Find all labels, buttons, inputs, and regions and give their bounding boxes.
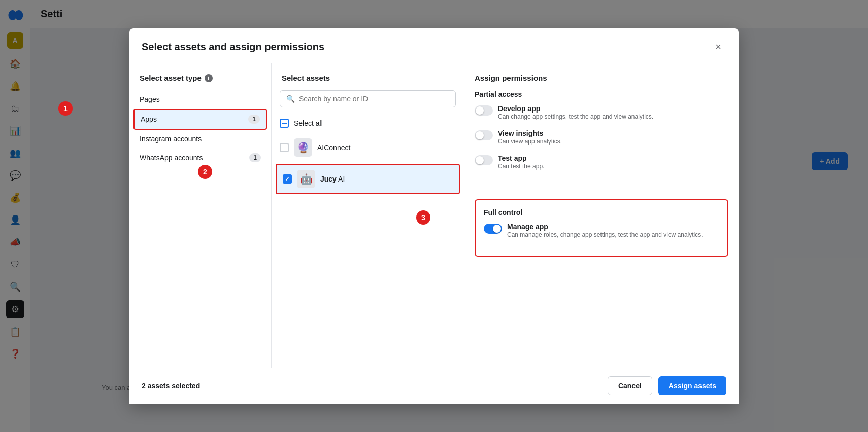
footer-buttons: Cancel Assign assets	[608, 376, 726, 395]
permissions-panel: Assign permissions Partial access Develo…	[464, 63, 739, 368]
manage-app-text: Manage app Can manage roles, change app …	[507, 223, 703, 239]
select-all-label: Select all	[294, 119, 323, 127]
apps-badge: 1	[248, 115, 260, 124]
select-assets-heading: Select assets	[272, 74, 464, 90]
aiconnect-checkbox[interactable]	[280, 143, 289, 152]
asset-type-whatsapp[interactable]: WhatsApp accounts 1	[129, 148, 271, 167]
view-insights-desc: Can view app analytics.	[498, 137, 562, 146]
assets-selected-text: 2 assets selected	[142, 382, 200, 390]
develop-app-text: Develop app Can change app settings, tes…	[498, 104, 653, 121]
asset-type-pages[interactable]: Pages	[129, 90, 271, 109]
permission-manage-app: Manage app Can manage roles, change app …	[484, 223, 719, 239]
permission-view-insights: View insights Can view app analytics.	[475, 129, 728, 146]
test-app-toggle[interactable]	[475, 155, 493, 165]
manage-app-toggle[interactable]	[484, 224, 502, 234]
permissions-heading: Assign permissions	[475, 74, 728, 82]
permission-test-app: Test app Can test the app.	[475, 154, 728, 171]
step-2-badge: 2	[198, 165, 212, 179]
aiconnect-name: AIConnect	[317, 143, 350, 152]
modal-footer: 2 assets selected Cancel Assign assets	[129, 368, 739, 404]
close-button[interactable]: ×	[710, 39, 726, 55]
develop-app-toggle[interactable]	[475, 105, 493, 116]
test-app-text: Test app Can test the app.	[498, 154, 544, 171]
test-app-desc: Can test the app.	[498, 162, 544, 171]
select-all-row[interactable]: Select all	[272, 114, 464, 133]
develop-app-desc: Can change app settings, test the app an…	[498, 113, 653, 121]
modal-overlay: Select assets and assign permissions × S…	[0, 0, 868, 432]
checkmark-icon: ✓	[285, 175, 290, 183]
asset-item-jucyai[interactable]: ✓ 🤖 Jucy AI	[276, 164, 460, 194]
step-1-badge: 1	[58, 101, 73, 116]
step-3-badge: 3	[416, 210, 430, 225]
select-all-checkbox[interactable]	[280, 119, 289, 128]
view-insights-toggle[interactable]	[475, 130, 493, 140]
assign-assets-button[interactable]: Assign assets	[658, 376, 726, 395]
jucyai-checkbox[interactable]: ✓	[283, 174, 292, 184]
asset-type-instagram[interactable]: Instagram accounts	[129, 130, 271, 148]
develop-app-label: Develop app	[498, 104, 653, 113]
search-input[interactable]	[299, 95, 449, 103]
aiconnect-icon: 🔮	[294, 138, 312, 157]
modal-title: Select assets and assign permissions	[142, 41, 324, 53]
permission-develop-app: Develop app Can change app settings, tes…	[475, 104, 728, 121]
info-icon: i	[205, 74, 213, 82]
modal: Select assets and assign permissions × S…	[129, 28, 739, 404]
select-assets-panel: Select assets 🔍 Select all 🔮	[272, 63, 464, 368]
asset-type-heading: Select asset type i	[129, 74, 271, 90]
test-app-label: Test app	[498, 154, 544, 162]
search-icon: 🔍	[286, 95, 295, 103]
asset-type-panel: Select asset type i Pages Apps 1 Instagr…	[129, 63, 272, 368]
modal-header: Select assets and assign permissions ×	[129, 28, 739, 63]
cancel-button[interactable]: Cancel	[608, 376, 652, 395]
partial-access-title: Partial access	[475, 90, 728, 98]
jucyai-name: Jucy AI	[320, 175, 345, 183]
full-control-section: Full control Manage app Can manage roles…	[475, 199, 728, 257]
asset-type-apps[interactable]: Apps 1	[133, 109, 267, 130]
view-insights-text: View insights Can view app analytics.	[498, 129, 562, 146]
search-box[interactable]: 🔍	[280, 90, 456, 107]
whatsapp-badge: 1	[249, 153, 261, 162]
modal-body: Select asset type i Pages Apps 1 Instagr…	[129, 63, 739, 368]
jucyai-icon: 🤖	[297, 170, 315, 188]
manage-app-label: Manage app	[507, 223, 703, 231]
full-control-title: Full control	[484, 208, 719, 217]
manage-app-desc: Can manage roles, change app settings, t…	[507, 231, 703, 239]
view-insights-label: View insights	[498, 129, 562, 137]
asset-item-aiconnect[interactable]: 🔮 AIConnect	[272, 133, 464, 162]
